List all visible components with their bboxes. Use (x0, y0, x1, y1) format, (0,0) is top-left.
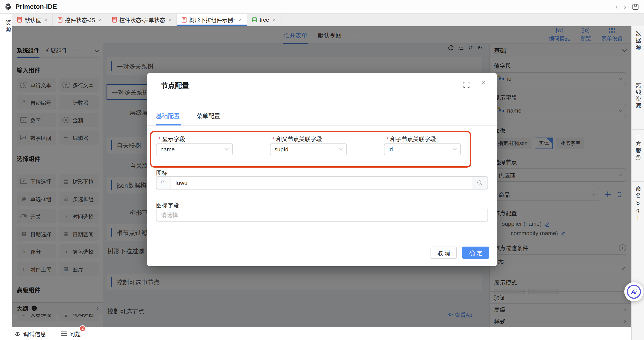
rail-tab-offline-resources[interactable]: 离线资源 (632, 78, 644, 130)
debug-info-button[interactable]: 调试信息 (14, 330, 46, 338)
rail-tab-label: 数据源 (634, 31, 642, 51)
nav-forward-icon[interactable]: › (624, 4, 626, 10)
ai-assistant-button[interactable]: Ai (624, 282, 644, 301)
issues-count-badge: 2 (79, 325, 86, 332)
close-icon[interactable]: × (481, 78, 486, 87)
doc-tab-label: 控件状态-JS (65, 16, 95, 24)
save-icon[interactable] (632, 4, 639, 10)
doc-tab-label: tree (260, 17, 269, 23)
rail-tab-label: 三方服务 (634, 134, 642, 161)
cancel-button[interactable]: 取 消 (430, 246, 457, 259)
tab-divider (147, 125, 497, 126)
close-icon[interactable]: × (168, 17, 172, 23)
active-tab-underline (156, 124, 180, 126)
form-doc-icon (58, 17, 62, 23)
app-title: Primeton-IDE (15, 3, 57, 10)
nav-back-icon[interactable]: ‹ (616, 4, 618, 10)
rail-tab-resources[interactable]: 资源 (0, 20, 12, 33)
close-icon[interactable]: × (273, 17, 276, 23)
heart-icon[interactable]: ♡ (156, 177, 171, 189)
close-icon[interactable]: × (44, 17, 48, 23)
doc-tab[interactable]: 控件状态-表单状态 × (107, 14, 177, 26)
icon-name-input[interactable] (171, 177, 472, 189)
form-doc-icon (17, 17, 22, 23)
ai-logo: Ai (627, 285, 641, 299)
primeton-logo-icon (4, 3, 12, 10)
doc-tab[interactable]: 控件状态-JS × (53, 14, 107, 26)
search-icon (477, 180, 483, 186)
database-icon (252, 17, 257, 23)
doc-tab-active[interactable]: 树形下拉组件示例* × (177, 14, 247, 26)
rail-tab-datasource[interactable]: 数据源 (632, 26, 644, 78)
rail-tab-named-sql[interactable]: 命名Sql (632, 182, 644, 233)
doc-tab[interactable]: tree × (247, 14, 281, 26)
form-doc-icon (182, 17, 186, 23)
rail-tab-label: 离线资源 (634, 83, 642, 110)
list-icon (61, 331, 67, 336)
icon-input-group: ♡ (156, 176, 488, 190)
icon-field-label: 图标 (156, 168, 168, 177)
status-bar: 调试信息 问题 2 (0, 327, 631, 340)
doc-tab-label: 控件状态-表单状态 (120, 16, 165, 24)
form-doc-icon (112, 17, 117, 23)
doc-tab[interactable]: 默认值 × (12, 14, 53, 26)
title-bar: Primeton-IDE ‹ › (0, 0, 644, 14)
issues-button[interactable]: 问题 2 (61, 330, 81, 338)
issues-label: 问题 (69, 330, 81, 338)
rail-tab-label: 命名Sql (634, 186, 642, 222)
doc-tab-label: 树形下拉组件示例* (189, 16, 235, 24)
document-tab-strip: 默认值 × 控件状态-JS × 控件状态-表单状态 × 树形下拉组件示例* × … (12, 14, 644, 26)
close-icon[interactable]: × (239, 17, 242, 23)
node-config-dialog: 节点配置 × 基础配置 菜单配置 *显示字段 *和父节点关联字段 *和子节点关联… (147, 73, 497, 266)
confirm-button[interactable]: 确 定 (462, 246, 489, 259)
close-icon[interactable]: × (99, 17, 102, 23)
debug-info-label: 调试信息 (23, 330, 46, 338)
left-rail: 资源 (0, 14, 12, 327)
highlight-annotation-box (150, 131, 471, 168)
doc-tab-label: 默认值 (24, 16, 41, 24)
fullscreen-icon[interactable] (464, 82, 470, 88)
app-window: Primeton-IDE ‹ › 资源 默认值 × 控件状态-JS × 控件状态… (0, 0, 644, 340)
bug-icon (14, 330, 20, 337)
dialog-tab-menu[interactable]: 菜单配置 (196, 111, 220, 120)
icon-search-button[interactable] (472, 177, 488, 189)
dialog-tab-basic[interactable]: 基础配置 (156, 111, 180, 120)
dialog-title: 节点配置 (161, 80, 189, 90)
rail-tab-third-party[interactable]: 三方服务 (632, 130, 644, 182)
icon-column-field-label: 图标字段 (156, 201, 179, 209)
icon-column-select[interactable] (156, 209, 488, 222)
